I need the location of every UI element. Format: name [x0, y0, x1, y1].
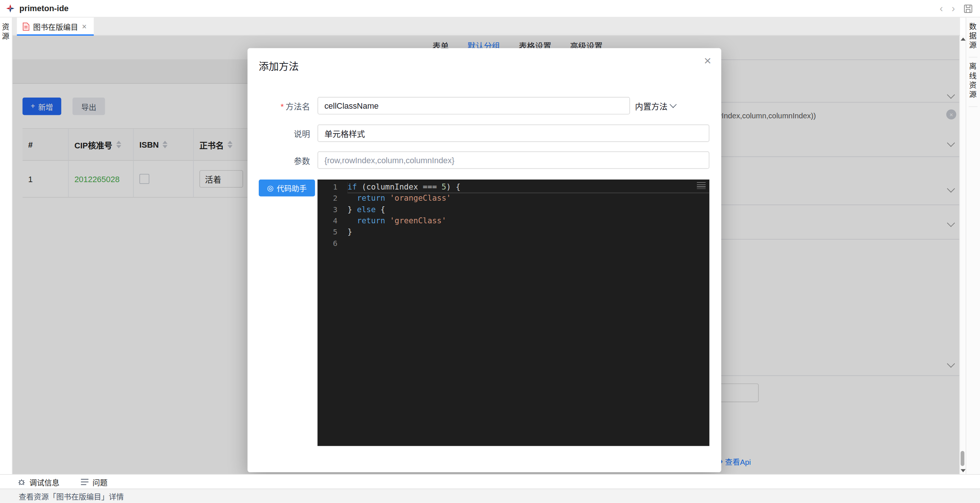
left-rail-item-resources[interactable]: 资源 [2, 23, 10, 42]
tab-strip: 图书在版编目 × [13, 18, 960, 36]
params-label: 参数 [259, 154, 310, 166]
required-mark: * [281, 102, 284, 111]
code-line: return 'orangeClass' [348, 193, 710, 204]
code-area[interactable]: if (columnIndex === 5) { return 'orangeC… [348, 180, 710, 446]
line-number: 4 [318, 215, 348, 226]
status-bar: 查看资源「图书在版编目」详情 [0, 489, 980, 503]
problems-item[interactable]: 问题 [81, 476, 108, 487]
line-number: 6 [318, 238, 348, 249]
code-assistant-button[interactable]: ◎ 代码助手 [259, 180, 315, 196]
line-number: 5 [318, 226, 348, 237]
problems-label: 问题 [93, 476, 108, 487]
document-icon [22, 22, 30, 30]
add-method-dialog: 添加方法 × *方法名 内置方法 说明 参数 ◎ 代码助手 123456 if … [248, 48, 721, 472]
bug-icon [18, 477, 25, 485]
bottom-tool-bar: 调试信息 问题 [0, 474, 980, 489]
nav-forward-icon[interactable]: › [952, 0, 955, 18]
tab-label: 图书在版编目 [33, 21, 78, 32]
params-input[interactable] [318, 151, 710, 169]
dialog-close-icon[interactable]: × [704, 54, 711, 67]
dialog-title: 添加方法 [259, 58, 299, 73]
description-label: 说明 [259, 127, 310, 139]
line-number: 2 [318, 193, 348, 204]
line-number: 1 [318, 181, 348, 193]
code-line: if (columnIndex === 5) { [348, 181, 710, 193]
right-rail-item-1[interactable]: 数据源 [969, 22, 978, 57]
assistant-icon: ◎ [267, 184, 274, 193]
code-line [348, 238, 710, 249]
app-title: primeton-ide [19, 4, 68, 13]
scroll-up-icon[interactable] [961, 37, 966, 40]
description-input[interactable] [318, 125, 710, 142]
right-rail: 数据源离线资源 [966, 18, 980, 474]
title-bar: primeton-ide ‹ › [0, 0, 980, 18]
line-number: 3 [318, 204, 348, 215]
minimap-icon[interactable] [697, 182, 706, 189]
right-rail-item-2[interactable]: 离线资源 [969, 63, 978, 107]
nav-back-icon[interactable]: ‹ [940, 0, 943, 18]
tab-close-icon[interactable]: × [81, 22, 88, 31]
builtin-method-label: 内置方法 [635, 100, 668, 112]
builtin-method-dropdown[interactable]: 内置方法 [635, 97, 676, 114]
left-rail: 资源 [0, 18, 13, 474]
method-name-label: *方法名 [259, 100, 310, 112]
debug-info-label: 调试信息 [29, 476, 59, 487]
status-text: 查看资源「图书在版编目」详情 [19, 491, 124, 501]
debug-info-item[interactable]: 调试信息 [18, 476, 59, 487]
code-line: } [348, 226, 710, 237]
code-line: return 'greenClass' [348, 215, 710, 226]
code-editor[interactable]: 123456 if (columnIndex === 5) { return '… [318, 180, 710, 446]
line-number-gutter: 123456 [318, 180, 348, 446]
chevron-down-icon [670, 101, 677, 108]
tab-book-cip[interactable]: 图书在版编目 × [17, 18, 94, 35]
assistant-label: 代码助手 [277, 182, 307, 193]
scrollbar-thumb[interactable] [961, 451, 964, 466]
app-window: primeton-ide ‹ › 资源 数据源离线资源 图 [0, 0, 980, 503]
code-line: } else { [348, 204, 710, 215]
method-name-input[interactable] [318, 97, 630, 114]
save-icon[interactable] [964, 5, 973, 13]
vertical-scrollbar[interactable] [959, 36, 966, 474]
scroll-down-icon[interactable] [961, 469, 966, 472]
list-icon [81, 478, 89, 485]
app-logo-icon [6, 4, 15, 13]
